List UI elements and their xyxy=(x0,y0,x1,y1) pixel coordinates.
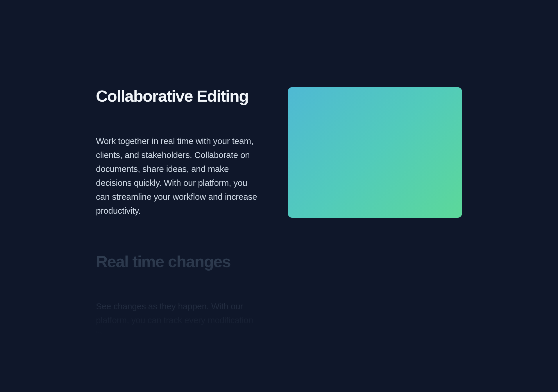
section-real-time-changes: Real time changes See changes as they ha… xyxy=(96,253,259,341)
feature-card-gradient xyxy=(288,87,462,218)
main-container: Collaborative Editing Work together in r… xyxy=(67,0,491,376)
section-title-collaborative-editing: Collaborative Editing xyxy=(96,87,259,105)
section-title-real-time-changes: Real time changes xyxy=(96,253,259,271)
content-column: Collaborative Editing Work together in r… xyxy=(96,87,259,376)
section-description-real-time-changes: See changes as they happen. With our pla… xyxy=(96,299,259,341)
image-column xyxy=(288,87,462,376)
section-collaborative-editing: Collaborative Editing Work together in r… xyxy=(96,87,259,218)
section-description-collaborative-editing: Work together in real time with your tea… xyxy=(96,134,259,218)
